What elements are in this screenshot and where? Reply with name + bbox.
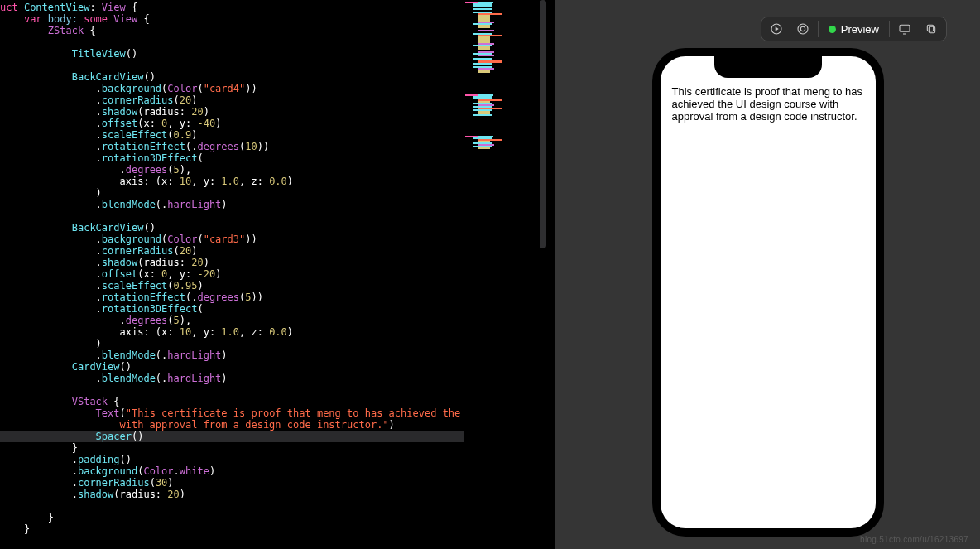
minimap[interactable] (464, 0, 546, 549)
play-circle-icon (770, 22, 783, 36)
device-button[interactable] (891, 17, 918, 41)
status-dot-icon (829, 26, 836, 33)
preview-pane: Preview This certificate is proof that m… (555, 0, 980, 549)
code-editor[interactable]: uct ContentView: View { var body: some V… (0, 0, 555, 549)
certificate-text: This certificate is proof that meng to h… (672, 86, 864, 123)
svg-point-1 (798, 24, 808, 34)
preview-label-group[interactable]: Preview (820, 23, 887, 36)
simulator-frame: This certificate is proof that meng to h… (652, 48, 884, 537)
gauge-icon (796, 22, 809, 36)
svg-point-2 (800, 26, 805, 31)
phone-notch (714, 56, 822, 78)
preview-toolbar: Preview (761, 17, 947, 41)
svg-rect-4 (929, 26, 934, 32)
minimap-scrollbar[interactable] (540, 0, 546, 248)
duplicate-icon (925, 22, 938, 36)
simulator-screen[interactable]: This certificate is proof that meng to h… (661, 56, 876, 528)
svg-rect-3 (900, 25, 910, 31)
watermark-text: blog.51cto.com/u/16213697 (860, 535, 968, 544)
code-text[interactable]: uct ContentView: View { var body: some V… (0, 0, 464, 549)
svg-rect-5 (927, 25, 933, 31)
live-button[interactable] (790, 17, 816, 41)
duplicate-button[interactable] (918, 17, 944, 41)
display-icon (898, 22, 911, 36)
preview-label-text: Preview (841, 23, 879, 36)
code-token: uct (0, 2, 24, 13)
run-button[interactable] (763, 17, 790, 41)
